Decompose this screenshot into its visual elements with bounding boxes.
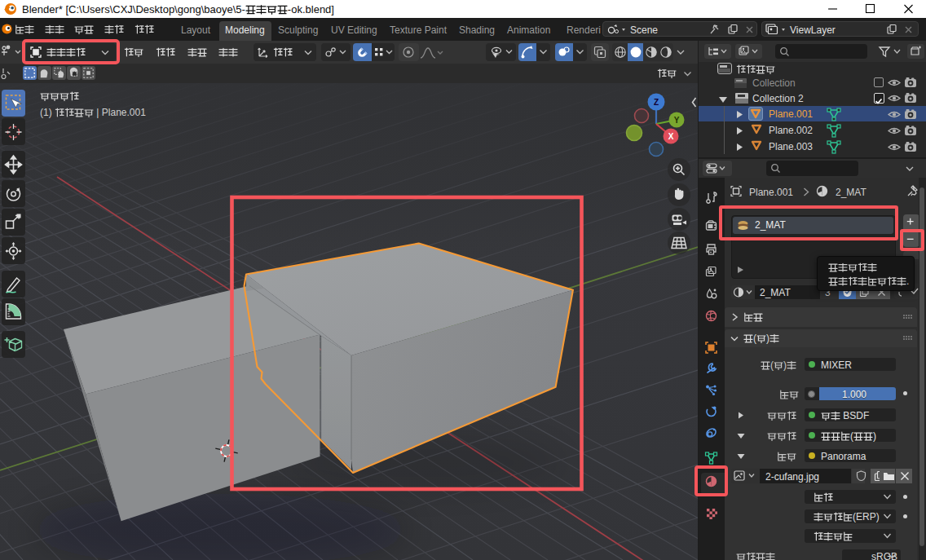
svg-text:Z: Z xyxy=(654,98,659,107)
svg-text:X: X xyxy=(668,132,674,141)
svg-text:Y: Y xyxy=(674,116,680,125)
